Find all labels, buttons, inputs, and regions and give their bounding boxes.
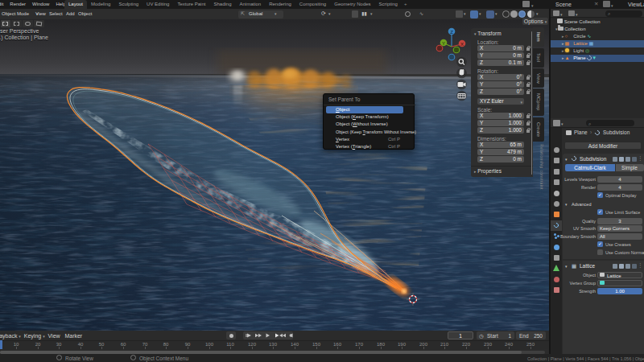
svg-text:Y: Y	[442, 41, 445, 46]
svg-text:Z: Z	[450, 30, 453, 35]
svg-text:X: X	[460, 42, 464, 47]
